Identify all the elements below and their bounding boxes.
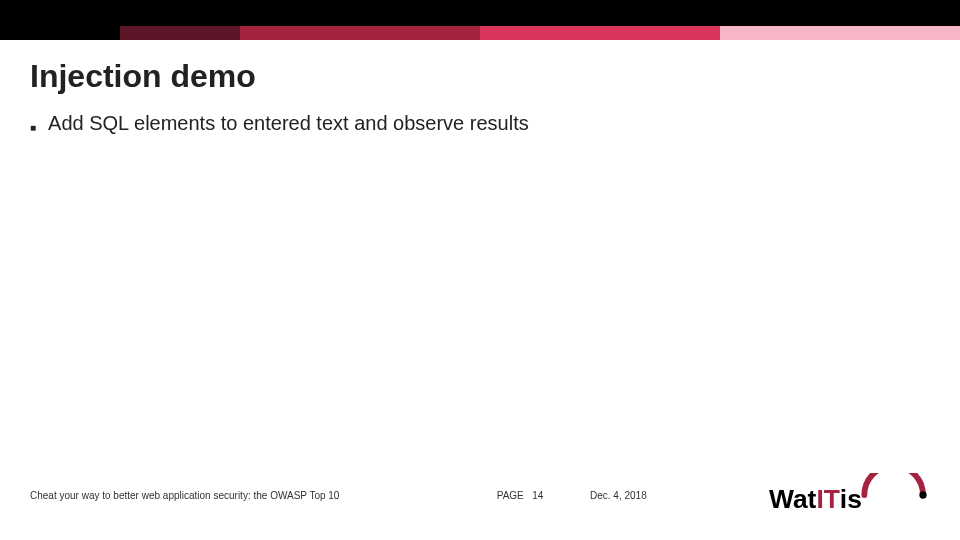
bullet-item: ■ Add SQL elements to entered text and o… <box>30 112 930 138</box>
logo-text-is: is <box>840 484 862 514</box>
header-black-bar <box>0 0 960 26</box>
footer-date: Dec. 4, 2018 <box>590 490 730 501</box>
stripe-seg-1 <box>0 26 120 40</box>
footer-page-number: 14 <box>532 490 543 501</box>
footer-logo: WatITis <box>730 473 930 517</box>
stripe-seg-2 <box>120 26 240 40</box>
footer-page-label: PAGE <box>497 490 524 501</box>
svg-point-0 <box>919 491 926 498</box>
bullet-marker-icon: ■ <box>30 112 36 138</box>
footer-page: PAGE 14 <box>450 490 590 501</box>
logo-text-it: IT <box>816 484 839 514</box>
stripe-seg-3 <box>240 26 480 40</box>
stripe-seg-5 <box>720 26 960 40</box>
header-color-stripe <box>0 26 960 40</box>
slide-title: Injection demo <box>30 58 256 95</box>
content-area: ■ Add SQL elements to entered text and o… <box>30 112 930 138</box>
watitis-logo-icon: WatITis <box>769 473 930 517</box>
bullet-text: Add SQL elements to entered text and obs… <box>48 112 529 135</box>
footer-presentation-title: Cheat your way to better web application… <box>30 490 450 501</box>
svg-text:WatITis: WatITis <box>769 484 862 514</box>
stripe-seg-4 <box>480 26 720 40</box>
logo-text-wat: Wat <box>769 484 817 514</box>
footer: Cheat your way to better web application… <box>30 470 930 520</box>
slide: Injection demo ■ Add SQL elements to ent… <box>0 0 960 540</box>
